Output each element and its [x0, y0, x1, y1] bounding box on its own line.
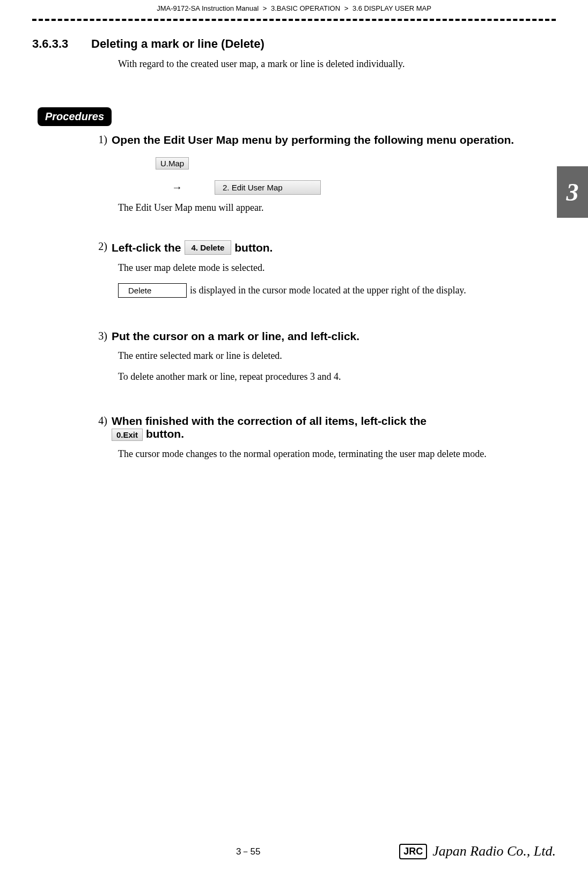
company-name: Japan Radio Co., Ltd. — [432, 843, 556, 859]
step-4-number: 4) — [86, 415, 112, 427]
delete-4-button[interactable]: 4. Delete — [185, 240, 232, 255]
edit-user-map-button[interactable]: 2. Edit User Map — [215, 180, 321, 195]
step-1-heading: Open the Edit User Map menu by performin… — [112, 134, 556, 146]
breadcrumb-sep-2: > — [344, 4, 349, 12]
step-3-line1: The entire selected mark or line is dele… — [118, 350, 556, 362]
step-4: 4) When finished with the correction of … — [32, 415, 556, 460]
step-1-number: 1) — [86, 134, 112, 146]
company-logo: JRC Japan Radio Co., Ltd. — [399, 843, 556, 859]
step-3-line2: To delete another mark or line, repeat p… — [118, 371, 556, 382]
section-number: 3.6.3.3 — [32, 37, 91, 51]
jrc-logo-box: JRC — [399, 844, 427, 859]
step-3: 3) Put the cursor on a mark or line, and… — [32, 330, 556, 382]
step-3-number: 3) — [86, 330, 112, 342]
page-footer: 3－55 JRC Japan Radio Co., Ltd. — [0, 843, 588, 859]
step-2-heading-pre: Left-click the — [112, 241, 181, 254]
chapter-tab: 3 — [557, 166, 588, 218]
section-intro: With regard to the created user map, a m… — [118, 58, 556, 70]
section-title: Deleting a mark or line (Delete) — [91, 37, 264, 51]
arrow-icon: → — [172, 181, 182, 194]
step-4-heading: When finished with the correction of all… — [112, 415, 556, 441]
step-3-heading: Put the cursor on a mark or line, and le… — [112, 330, 556, 343]
page-number: 3－55 — [236, 845, 260, 858]
step-2-number: 2) — [86, 240, 112, 253]
breadcrumb-part-2: 3.BASIC OPERATION — [271, 4, 340, 12]
step-1-after: The Edit User Map menu will appear. — [118, 202, 556, 213]
breadcrumb-part-3: 3.6 DISPLAY USER MAP — [352, 4, 431, 12]
step-2-line2: Delete is displayed in the cursor mode l… — [118, 283, 556, 298]
step-4-heading-pre: When finished with the correction of all… — [112, 415, 427, 427]
breadcrumb: JMA-9172-SA Instruction Manual > 3.BASIC… — [32, 0, 556, 16]
step-4-heading-post: button. — [146, 428, 184, 440]
step-1: 1) Open the Edit User Map menu by perfor… — [32, 134, 556, 213]
section-heading: 3.6.3.3 Deleting a mark or line (Delete) — [32, 37, 556, 51]
breadcrumb-part-1: JMA-9172-SA Instruction Manual — [157, 4, 259, 12]
delete-mode-indicator: Delete — [118, 283, 187, 298]
step-2-line1: The user map delete mode is selected. — [118, 262, 556, 274]
step-2-heading: Left-click the 4. Delete button. — [112, 240, 556, 255]
dashed-divider — [32, 19, 556, 21]
procedures-label: Procedures — [38, 107, 112, 126]
umap-button[interactable]: U.Map — [156, 157, 189, 170]
step-2: 2) Left-click the 4. Delete button. The … — [32, 240, 556, 298]
step-2-heading-post: button. — [234, 241, 273, 254]
step-4-line1: The cursor mode changes to the normal op… — [118, 448, 536, 460]
exit-button[interactable]: 0.Exit — [112, 429, 143, 441]
breadcrumb-sep-1: > — [263, 4, 267, 12]
step-2-line2-rest: is displayed in the cursor mode located … — [190, 285, 466, 296]
